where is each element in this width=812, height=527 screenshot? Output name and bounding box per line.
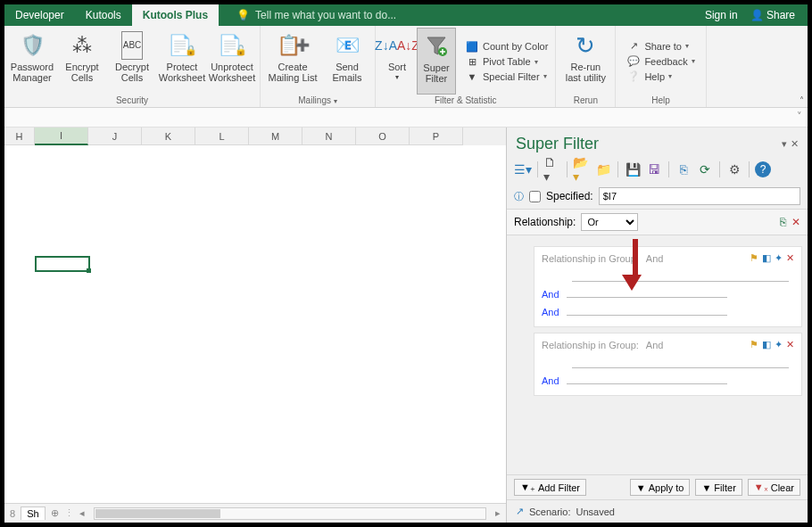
help-button[interactable]: ❔Help <box>623 70 698 83</box>
send-emails-icon: 📧 <box>336 31 360 60</box>
add-rel-icon[interactable]: ⎘ <box>780 216 786 228</box>
specified-checkbox[interactable] <box>529 191 541 202</box>
grp-copy-icon[interactable]: ◧ <box>762 339 771 350</box>
sign-in-link[interactable]: Sign in <box>705 9 738 21</box>
specified-label: Specified: <box>546 190 593 202</box>
rerun-icon: ↻ <box>576 31 595 60</box>
filter-button[interactable]: ▼Filter <box>695 479 742 496</box>
tab-kutools-plus[interactable]: Kutools Plus <box>132 4 219 26</box>
column-headers: H I J K L M N O P <box>4 128 506 145</box>
new-icon[interactable]: 🗋▾ <box>543 161 561 178</box>
annotation-arrow <box>629 239 642 291</box>
special-filter-button[interactable]: ▼Special Filter <box>461 70 551 83</box>
refresh-icon[interactable]: ⟳ <box>696 161 714 178</box>
save-icon[interactable]: 💾 <box>624 161 642 178</box>
encrypt-icon: ⁂ <box>72 31 92 60</box>
panel-options-icon[interactable]: ▾ <box>782 138 787 150</box>
scenario-value: Unsaved <box>576 506 614 517</box>
mailing-list-icon: 📋➕ <box>277 31 310 60</box>
decrypt-icon: ABC <box>121 31 144 60</box>
encrypt-cells-button[interactable]: ⁂ Encrypt Cells <box>58 28 106 95</box>
collapse-ribbon-icon[interactable]: ˄ <box>800 95 804 105</box>
grp-flag-icon[interactable]: ⚑ <box>750 339 758 350</box>
shield-icon: 🛡️ <box>21 31 45 60</box>
apply-icon: ▼ <box>636 482 646 493</box>
grp-flag-icon[interactable]: ⚑ <box>750 252 758 264</box>
info-icon[interactable]: ⓘ <box>514 190 524 203</box>
sheet-tab[interactable]: Sh <box>21 506 45 520</box>
sort-icon: Z↓AA↓Z <box>375 31 419 60</box>
help-icon: ❔ <box>626 70 641 82</box>
sort-button[interactable]: Z↓AA↓Z Sort ▾ <box>379 28 415 95</box>
col-M[interactable]: M <box>249 128 302 145</box>
panel-toggle-icon[interactable]: ˅ <box>797 111 802 122</box>
add-filter-button[interactable]: ▼₊Add Filter <box>514 479 586 496</box>
menu-icon[interactable]: ☰▾ <box>514 161 532 178</box>
decrypt-cells-button[interactable]: ABC Decrypt Cells <box>108 28 156 95</box>
scenario-label: Scenario: <box>529 506 570 517</box>
panel-close-icon[interactable]: ✕ <box>791 138 799 150</box>
add-filter-icon: ▼₊ <box>520 482 535 493</box>
col-N[interactable]: N <box>302 128 356 145</box>
count-color-icon: 🟦 <box>465 41 479 53</box>
protect-icon: 📄🔒 <box>168 31 197 60</box>
rerun-button[interactable]: ↻ Re-run last utility <box>559 28 611 95</box>
super-filter-button[interactable]: Super Filter <box>417 28 456 95</box>
pivot-icon: ⊞ <box>465 56 479 68</box>
group-security-label: Security <box>8 95 256 106</box>
grp-copy-icon[interactable]: ◧ <box>762 252 771 264</box>
tab-kutools[interactable]: Kutools <box>75 4 132 26</box>
unprotect-icon: 📄🔓 <box>218 31 247 60</box>
delete-rel-icon[interactable]: ✕ <box>791 216 800 228</box>
open-icon[interactable]: 📂▾ <box>573 161 591 178</box>
filter-group: Relationship in Group: And ⚑ ◧ ✦ ✕ And A… <box>534 246 802 327</box>
col-O[interactable]: O <box>356 128 410 145</box>
help-panel-icon[interactable]: ? <box>755 161 771 177</box>
settings-icon[interactable]: ⚙ <box>725 161 743 178</box>
tab-developer[interactable]: Developer <box>4 4 75 26</box>
filter-btn-icon: ▼ <box>701 482 711 493</box>
col-K[interactable]: K <box>142 128 195 145</box>
col-J[interactable]: J <box>88 128 142 145</box>
pivot-table-button[interactable]: ⊞Pivot Table <box>461 55 551 69</box>
filter-icon: ▼ <box>465 71 479 82</box>
apply-to-button[interactable]: ▼Apply to <box>630 479 691 496</box>
grp-star-icon[interactable]: ✦ <box>775 339 783 350</box>
horizontal-scrollbar[interactable] <box>94 507 486 520</box>
share-to-button[interactable]: ↗Share to <box>623 39 698 53</box>
col-I[interactable]: I <box>35 128 88 145</box>
protect-worksheet-button[interactable]: 📄🔒 Protect Worksheet <box>158 28 206 95</box>
save-as-icon[interactable]: 🖫 <box>645 161 663 178</box>
grp-delete-icon[interactable]: ✕ <box>786 252 794 264</box>
relationship-label: Relationship: <box>514 216 576 228</box>
send-emails-button[interactable]: 📧 Send Emails <box>323 28 371 95</box>
filter-group: Relationship in Group: And ⚑ ◧ ✦ ✕ And <box>534 333 802 396</box>
feedback-button[interactable]: 💬Feedback <box>623 54 698 68</box>
clear-button[interactable]: ▼ₓClear <box>748 479 800 496</box>
share-button[interactable]: 👤 Share <box>750 9 795 21</box>
grp-star-icon[interactable]: ✦ <box>775 252 783 264</box>
specified-input[interactable] <box>599 187 800 205</box>
spreadsheet-grid[interactable] <box>4 145 506 503</box>
scenario-icon: ↗ <box>516 506 524 517</box>
tell-me-search[interactable]: 💡 Tell me what you want to do... <box>236 9 396 21</box>
add-sheet-icon[interactable]: ⊕ <box>51 507 59 519</box>
col-L[interactable]: L <box>195 128 249 145</box>
create-mailing-list-button[interactable]: 📋➕ Create Mailing List <box>264 28 321 95</box>
group-help-label: Help <box>619 95 701 106</box>
grp-delete-icon[interactable]: ✕ <box>786 339 794 350</box>
count-by-color-button[interactable]: 🟦Count by Color <box>461 40 551 54</box>
col-P[interactable]: P <box>410 128 463 145</box>
password-manager-button[interactable]: 🛡️ Password Manager <box>8 28 56 95</box>
folder-icon[interactable]: 📁 <box>594 161 612 178</box>
selected-cell[interactable] <box>35 256 90 272</box>
unprotect-worksheet-button[interactable]: 📄🔓 Unprotect Worksheet <box>208 28 256 95</box>
bulb-icon: 💡 <box>236 9 250 21</box>
super-filter-icon <box>425 32 448 61</box>
share-to-icon: ↗ <box>626 40 641 52</box>
relationship-select[interactable]: Or <box>581 213 638 231</box>
group-rerun-label: Rerun <box>559 95 611 106</box>
group-mailings-label: Mailings ▾ <box>264 95 371 106</box>
import-icon[interactable]: ⎘ <box>675 161 692 178</box>
share-icon: 👤 <box>750 9 764 21</box>
